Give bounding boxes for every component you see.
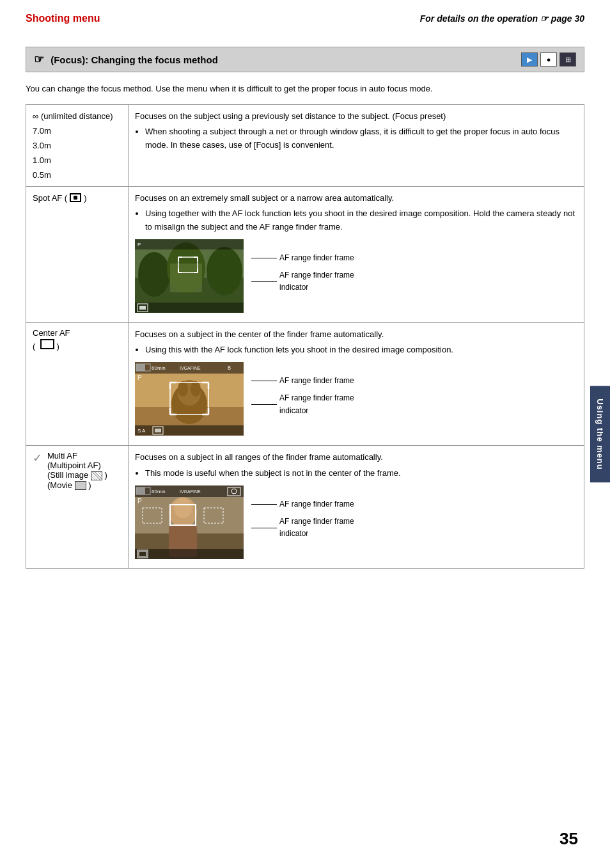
multi-af-image-block: 60min IVGAFINE P bbox=[135, 485, 577, 564]
label-af-frame-spot: AF range finder frame bbox=[251, 252, 354, 264]
spot-inner bbox=[74, 196, 77, 200]
svg-rect-28 bbox=[136, 364, 145, 371]
center-af-icon-row: ( ) bbox=[33, 339, 121, 351]
svg-rect-6 bbox=[135, 239, 244, 249]
shooting-menu-title: Shooting menu bbox=[26, 13, 100, 24]
label-af-indicator-center: AF range finder frameindicator bbox=[251, 392, 354, 416]
svg-text:P: P bbox=[137, 242, 141, 248]
svg-rect-19 bbox=[139, 306, 146, 310]
sidebar-tab: Using the menu bbox=[590, 386, 610, 483]
option-center-af: Center AF ( ) bbox=[33, 328, 121, 351]
center-af-labels: AF range finder frame AF range finder fr… bbox=[251, 375, 354, 417]
multi-af-labels-display: AF range finder frame AF range finder fr… bbox=[251, 498, 354, 541]
svg-rect-17 bbox=[135, 303, 244, 313]
svg-text:S A: S A bbox=[137, 428, 146, 434]
label-line bbox=[251, 281, 277, 282]
option-cell-spot: Spot AF ( ) bbox=[26, 186, 129, 322]
svg-point-25 bbox=[191, 381, 201, 397]
option-0-5m: 0.5m bbox=[33, 169, 121, 181]
section-title: ☞ (Focus): Changing the focus method bbox=[34, 52, 218, 67]
label-line bbox=[251, 528, 277, 528]
center-af-svg: 60min IVGAFINE 8 P bbox=[135, 362, 244, 436]
label-line bbox=[251, 258, 277, 258]
default-checkmark: ✓ bbox=[33, 451, 42, 465]
spot-af-svg: P bbox=[135, 239, 244, 313]
section-description: You can change the focus method. Use the… bbox=[26, 83, 584, 95]
page-header: Shooting menu For details on the operati… bbox=[26, 13, 584, 28]
desc-cell-distance: Focuses on the subject using a previousl… bbox=[129, 104, 584, 186]
table-row: ∞ (unlimited distance) 7.0m 3.0m 1.0m 0.… bbox=[26, 104, 584, 186]
movie-icon bbox=[75, 481, 86, 490]
multi-af-labels: Multi AF (Multipoint AF) (Still image ) … bbox=[47, 451, 107, 490]
desc-cell-multi: Focuses on a subject in all ranges of th… bbox=[129, 446, 584, 569]
play-icon: ▶ bbox=[521, 52, 538, 67]
svg-rect-53 bbox=[136, 487, 145, 494]
option-7m: 7.0m bbox=[33, 125, 121, 137]
distance-options: ∞ (unlimited distance) 7.0m 3.0m 1.0m 0.… bbox=[33, 110, 121, 181]
desc-cell-center: Focuses on a subject in the center of th… bbox=[129, 322, 584, 445]
option-3m: 3.0m bbox=[33, 139, 121, 152]
svg-rect-42 bbox=[135, 425, 244, 436]
label-af-frame-multi: AF range finder frame bbox=[251, 498, 354, 510]
option-cell-multi: ✓ Multi AF (Multipoint AF) (Still image … bbox=[26, 446, 129, 569]
spot-af-icon bbox=[70, 193, 81, 202]
svg-point-50 bbox=[174, 498, 192, 518]
center-af-label: Center AF bbox=[33, 328, 121, 338]
table-row: Center AF ( ) Focuses on a subject in th… bbox=[26, 322, 584, 445]
option-1m: 1.0m bbox=[33, 154, 121, 166]
svg-text:60min: 60min bbox=[152, 489, 166, 494]
label-af-indicator-multi: AF range finder frameindicator bbox=[251, 516, 354, 540]
label-line bbox=[251, 404, 277, 405]
spot-af-image: P bbox=[135, 239, 244, 317]
option-multi-af: ✓ Multi AF (Multipoint AF) (Still image … bbox=[33, 451, 121, 490]
page-number: 35 bbox=[559, 829, 578, 849]
center-af-image: 60min IVGAFINE 8 P bbox=[135, 362, 244, 440]
section-icons: ▶ ● ⊞ bbox=[521, 52, 576, 67]
multi-af-sub-label: (Multipoint AF) bbox=[47, 461, 107, 470]
svg-text:8: 8 bbox=[228, 365, 231, 371]
svg-text:60min: 60min bbox=[152, 365, 166, 371]
svg-point-4 bbox=[207, 247, 242, 296]
svg-point-2 bbox=[138, 252, 170, 297]
table-row: Spot AF ( ) Focuses on an extremely smal… bbox=[26, 186, 584, 322]
for-details-text: For details on the operation ☞ page 30 bbox=[420, 13, 584, 24]
desc-cell-spot: Focuses on an extremely small subject or… bbox=[129, 186, 584, 322]
multi-af-svg: 60min IVGAFINE P bbox=[135, 485, 244, 559]
spot-af-image-block: P bbox=[135, 239, 577, 317]
svg-point-24 bbox=[178, 381, 188, 397]
multi-af-image: 60min IVGAFINE P bbox=[135, 485, 244, 564]
svg-text:IVGAFINE: IVGAFINE bbox=[180, 489, 201, 494]
label-af-indicator-spot: AF range finder frameindicator bbox=[251, 269, 354, 294]
multi-af-movie-label: (Movie ) bbox=[47, 480, 107, 491]
section-title-bar: ☞ (Focus): Changing the focus method ▶ ●… bbox=[26, 47, 584, 72]
option-cell-center: Center AF ( ) bbox=[26, 322, 129, 445]
svg-rect-45 bbox=[155, 429, 161, 432]
table-row: ✓ Multi AF (Multipoint AF) (Still image … bbox=[26, 446, 584, 569]
distance-description: Focuses on the subject using a previousl… bbox=[135, 110, 577, 152]
center-af-image-block: 60min IVGAFINE 8 P bbox=[135, 362, 577, 440]
multi-af-still-label: (Still image ) bbox=[47, 470, 107, 480]
svg-text:IVGAFINE: IVGAFINE bbox=[180, 366, 201, 370]
label-af-frame-center: AF range finder frame bbox=[251, 375, 354, 387]
option-unlimited: ∞ (unlimited distance) bbox=[33, 110, 121, 122]
focus-options-table: ∞ (unlimited distance) 7.0m 3.0m 1.0m 0.… bbox=[26, 104, 584, 569]
grid-icon: ⊞ bbox=[559, 52, 576, 67]
camera-icon: ● bbox=[540, 52, 557, 67]
center-description: Focuses on a subject in the center of th… bbox=[135, 328, 577, 440]
svg-rect-62 bbox=[135, 549, 244, 559]
spot-description: Focuses on an extremely small subject or… bbox=[135, 192, 577, 317]
multi-af-main-label: Multi AF bbox=[47, 451, 107, 461]
center-af-icon bbox=[40, 339, 54, 349]
label-line bbox=[251, 381, 277, 381]
multi-description: Focuses on a subject in all ranges of th… bbox=[135, 451, 577, 563]
still-image-icon bbox=[91, 471, 102, 480]
option-cell-distance: ∞ (unlimited distance) 7.0m 3.0m 1.0m 0.… bbox=[26, 104, 129, 186]
label-line bbox=[251, 504, 277, 505]
focus-icon: ☞ bbox=[34, 53, 44, 66]
option-spot-af: Spot AF ( ) bbox=[33, 192, 121, 204]
svg-text:P: P bbox=[137, 374, 142, 381]
spot-af-labels: AF range finder frame AF range finder fr… bbox=[251, 252, 354, 294]
svg-text:P: P bbox=[137, 498, 142, 505]
